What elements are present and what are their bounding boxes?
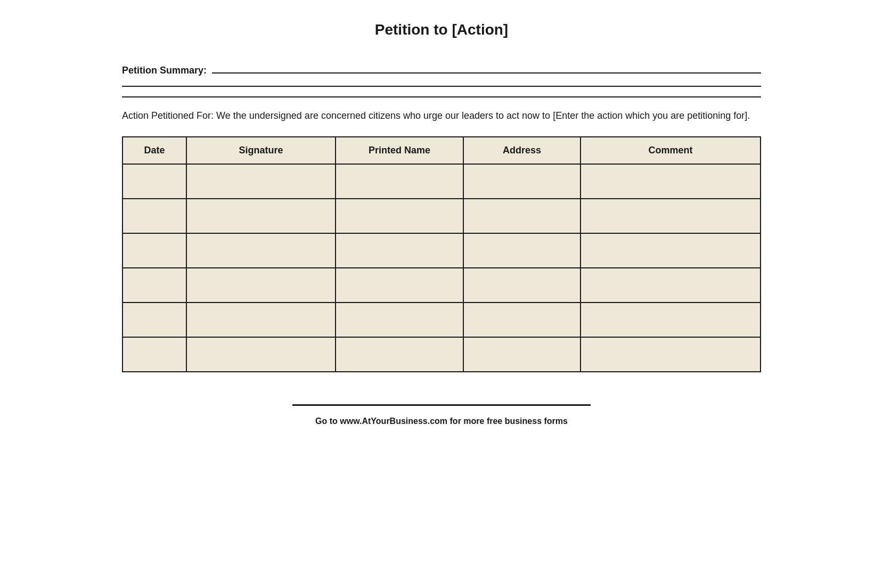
col-header-printed-name: Printed Name: [336, 137, 463, 164]
cell-date-1: [122, 164, 186, 199]
footer-divider: [292, 404, 591, 406]
cell-signature-6: [186, 337, 336, 372]
page-title: Petition to [Action]: [122, 21, 761, 38]
cell-signature-2: [186, 199, 336, 233]
footer-text: Go to www.AtYourBusiness.com for more fr…: [122, 416, 761, 426]
petition-summary-line: [212, 72, 761, 74]
cell-date-6: [122, 337, 186, 372]
divider-line-1: [122, 86, 761, 87]
cell-signature-4: [186, 268, 336, 303]
cell-date-5: [122, 303, 186, 337]
cell-printed-name-4: [336, 268, 463, 303]
table-row: [122, 268, 761, 303]
cell-signature-3: [186, 233, 336, 268]
cell-comment-5: [581, 303, 761, 337]
table-row: [122, 164, 761, 199]
cell-address-3: [463, 233, 581, 268]
cell-address-4: [463, 268, 581, 303]
petition-summary-label: Petition Summary:: [122, 65, 207, 76]
table-row: [122, 233, 761, 268]
cell-address-5: [463, 303, 581, 337]
cell-comment-1: [581, 164, 761, 199]
petition-summary-row: Petition Summary:: [122, 65, 761, 76]
col-header-signature: Signature: [186, 137, 336, 164]
table-header-row: Date Signature Printed Name Address Comm…: [122, 137, 761, 164]
col-header-comment: Comment: [581, 137, 761, 164]
table-row: [122, 337, 761, 372]
cell-signature-1: [186, 164, 336, 199]
cell-date-4: [122, 268, 186, 303]
table-row: [122, 199, 761, 233]
cell-address-1: [463, 164, 581, 199]
cell-printed-name-2: [336, 199, 463, 233]
cell-printed-name-3: [336, 233, 463, 268]
col-header-address: Address: [463, 137, 581, 164]
action-text: Action Petitioned For: We the undersigne…: [122, 108, 761, 124]
petition-table: Date Signature Printed Name Address Comm…: [122, 136, 761, 372]
table-row: [122, 303, 761, 337]
col-header-date: Date: [122, 137, 186, 164]
cell-signature-5: [186, 303, 336, 337]
cell-address-2: [463, 199, 581, 233]
petition-page: Petition to [Action] Petition Summary: A…: [90, 0, 793, 447]
cell-date-3: [122, 233, 186, 268]
cell-comment-4: [581, 268, 761, 303]
cell-printed-name-1: [336, 164, 463, 199]
divider-line-2: [122, 96, 761, 97]
cell-address-6: [463, 337, 581, 372]
cell-printed-name-5: [336, 303, 463, 337]
cell-date-2: [122, 199, 186, 233]
cell-printed-name-6: [336, 337, 463, 372]
cell-comment-3: [581, 233, 761, 268]
cell-comment-6: [581, 337, 761, 372]
cell-comment-2: [581, 199, 761, 233]
